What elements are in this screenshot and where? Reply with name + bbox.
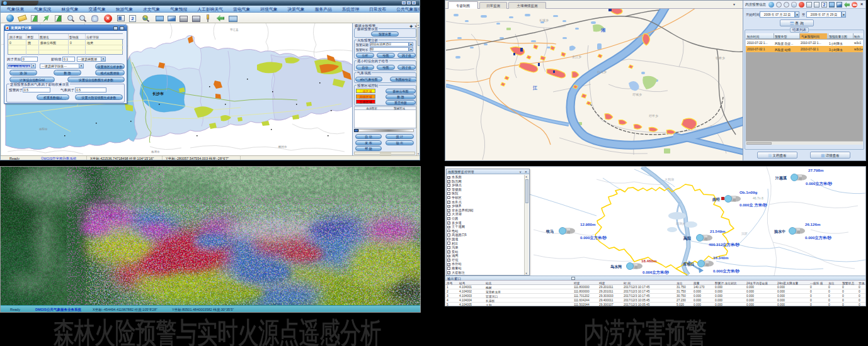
svg-text:16.340m: 16.340m xyxy=(713,255,729,260)
svg-text:鸟水闸: 鸟水闸 xyxy=(610,264,622,269)
svg-text:圩城乡: 圩城乡 xyxy=(632,92,642,96)
svg-text:平江县: 平江县 xyxy=(230,28,239,31)
svg-text:江: 江 xyxy=(532,86,537,91)
svg-text:0.000立方米/秒: 0.000立方米/秒 xyxy=(580,235,607,240)
svg-text:牧马: 牧马 xyxy=(545,229,554,234)
svg-text:Ob.1n09g: Ob.1n09g xyxy=(740,190,757,194)
svg-text:曲经: 曲经 xyxy=(712,197,721,202)
svg-text:汁惠溪: 汁惠溪 xyxy=(775,176,787,181)
svg-text:郴州市: 郴州市 xyxy=(278,145,287,148)
svg-text:18.460m: 18.460m xyxy=(641,259,657,263)
svg-text:金江乡: 金江乡 xyxy=(572,55,581,59)
svg-text:26.126m: 26.126m xyxy=(805,222,821,226)
svg-text:0.000立方米/秒: 0.000立方米/秒 xyxy=(713,269,740,274)
svg-text:21.549m: 21.549m xyxy=(710,229,726,233)
svg-text:长沙市: 长沙市 xyxy=(152,91,164,96)
svg-text:46.7n 8: 46.7n 8 xyxy=(753,196,763,200)
svg-text:12.980m: 12.980m xyxy=(580,222,596,226)
svg-text:27.798m: 27.798m xyxy=(808,168,824,172)
svg-text:白马乡: 白马乡 xyxy=(597,70,607,74)
svg-text:0.000立方米/秒: 0.000立方米/秒 xyxy=(806,181,833,186)
svg-text:抽水中: 抽水中 xyxy=(774,229,785,234)
svg-text:圩坪乡: 圩坪乡 xyxy=(649,114,658,118)
svg-text:禹阳: 禹阳 xyxy=(683,236,691,241)
svg-text:0.006立方米/秒: 0.006立方米/秒 xyxy=(642,270,670,275)
svg-text:株洲市: 株洲市 xyxy=(151,150,160,153)
svg-text:益阳市: 益阳市 xyxy=(39,128,48,131)
svg-text:0.000立 方米/秒: 0.000立 方米/秒 xyxy=(740,203,767,208)
svg-text:库塔口: 库塔口 xyxy=(682,262,694,267)
svg-text:湘: 湘 xyxy=(600,28,605,33)
svg-text:长坡乡: 长坡乡 xyxy=(539,18,549,22)
svg-text:镇桥乡: 镇桥乡 xyxy=(716,56,725,60)
svg-text:0.000立方米/秒: 0.000立方米/秒 xyxy=(805,235,832,240)
svg-text:400.312立方米/秒: 400.312立方米/秒 xyxy=(709,242,740,247)
